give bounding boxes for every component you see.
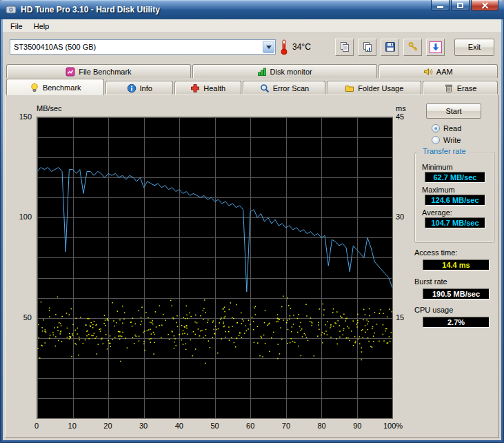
read-radio[interactable]: Read — [432, 124, 461, 132]
average-value: 104.7 MB/sec — [425, 217, 485, 228]
start-button[interactable]: Start — [426, 104, 481, 119]
y-tick-50: 50 — [8, 313, 32, 322]
benchmark-panel: MB/sec ms 150 100 50 45 30 15 0102030405… — [5, 95, 499, 438]
tab-row-bottom: Benchmark Info Health Error Scan Folder … — [3, 78, 501, 95]
y-tick-150: 150 — [8, 112, 32, 121]
tab-label: AAM — [436, 68, 453, 76]
benchmark-plot — [37, 117, 393, 419]
app-window: HD Tune Pro 3.10 - Hard Disk Utility Fil… — [0, 0, 504, 443]
tab-row-top: File Benchmark Disk monitor AAM — [3, 62, 501, 78]
menu-bar: File Help — [3, 19, 501, 33]
maximize-button[interactable] — [451, 0, 470, 11]
toolbar: ST3500410AS (500 GB) 34°C — [3, 33, 501, 61]
copy-text-icon — [339, 41, 350, 52]
cpu-usage-value: 2.7% — [423, 317, 490, 328]
close-button[interactable] — [471, 0, 498, 11]
disk-monitor-icon — [257, 67, 267, 77]
window-controls — [431, 0, 498, 11]
benchmark-bulb-icon — [30, 83, 39, 92]
drive-select[interactable]: ST3500410AS (500 GB) — [10, 39, 276, 55]
x-tick: 50 — [210, 422, 219, 430]
benchmark-plot-canvas — [37, 117, 392, 418]
health-cross-icon — [190, 83, 200, 93]
tab-benchmark[interactable]: Benchmark — [6, 79, 104, 95]
drive-select-value: ST3500410AS (500 GB) — [10, 43, 263, 51]
tab-label: Benchmark — [43, 83, 81, 92]
tab-label: Disk monitor — [270, 68, 312, 76]
write-radio-button[interactable] — [432, 136, 440, 144]
tab-label: File Benchmark — [79, 68, 131, 76]
x-tick: 70 — [282, 422, 290, 430]
tab-erase[interactable]: Erase — [423, 81, 498, 95]
x-tick: 0 — [34, 422, 39, 430]
folder-icon — [345, 83, 354, 93]
info-icon — [127, 83, 137, 93]
maximum-value: 124.6 MB/sec — [425, 195, 485, 206]
x-tick: 100% — [383, 422, 403, 430]
y-right-axis-label: ms — [396, 104, 406, 112]
tab-file-benchmark[interactable]: File Benchmark — [6, 64, 191, 78]
save-icon — [385, 41, 396, 52]
burst-rate-label: Burst rate — [414, 277, 447, 286]
maximum-label: Maximum — [422, 186, 494, 194]
y-left-axis-label: MB/sec — [37, 104, 62, 112]
tab-error-scan[interactable]: Error Scan — [243, 81, 325, 95]
file-benchmark-icon — [65, 67, 75, 77]
titlebar[interactable]: HD Tune Pro 3.10 - Hard Disk Utility — [0, 0, 504, 19]
access-time-label: Access time: — [414, 248, 457, 257]
read-radio-button[interactable] — [432, 124, 440, 132]
menu-file[interactable]: File — [5, 21, 28, 32]
ms-tick-30: 30 — [396, 213, 416, 221]
tab-health[interactable]: Health — [174, 81, 242, 95]
magnifier-icon — [260, 83, 270, 93]
cpu-usage-label: CPU usage — [414, 306, 453, 314]
window-title: HD Tune Pro 3.10 - Hard Disk Utility — [21, 5, 160, 14]
minimize-button[interactable] — [431, 0, 450, 11]
tab-label: Erase — [457, 84, 477, 92]
exit-button[interactable]: Exit — [454, 39, 494, 56]
minimize-icon — [437, 6, 443, 8]
x-tick: 10 — [68, 422, 77, 430]
trash-icon — [444, 83, 454, 93]
burst-rate-value: 190.5 MB/sec — [423, 288, 490, 299]
x-tick: 30 — [139, 422, 148, 430]
tab-label: Info — [140, 84, 152, 92]
tab-label: Error Scan — [273, 84, 310, 92]
y-tick-100: 100 — [8, 213, 32, 221]
tab-info[interactable]: Info — [105, 81, 173, 95]
tab-disk-monitor[interactable]: Disk monitor — [192, 64, 377, 78]
x-tick: 80 — [317, 422, 325, 430]
ms-tick-45: 45 — [396, 112, 416, 121]
transfer-rate-group: Transfer rate Minimum 62.7 MB/sec Maximu… — [414, 152, 495, 243]
minimum-value: 62.7 MB/sec — [425, 172, 485, 183]
chevron-down-icon[interactable] — [263, 41, 274, 53]
copy-image-icon — [362, 41, 373, 52]
maximize-icon — [457, 3, 463, 8]
capture-down-arrow-icon — [430, 41, 442, 53]
menu-help[interactable]: Help — [28, 21, 55, 32]
write-radio[interactable]: Write — [432, 136, 461, 144]
tab-aam[interactable]: AAM — [379, 64, 498, 78]
read-radio-label: Read — [443, 124, 461, 132]
save-screenshot-button[interactable] — [381, 39, 399, 56]
ms-tick-15: 15 — [396, 313, 416, 322]
access-time-value: 14.4 ms — [423, 259, 490, 270]
speaker-icon — [423, 67, 433, 77]
screen-capture-button[interactable] — [426, 39, 445, 56]
thermometer-icon — [280, 39, 288, 55]
x-tick: 90 — [353, 422, 361, 430]
minimum-label: Minimum — [422, 163, 494, 171]
temperature-value: 34°C — [292, 42, 311, 52]
keys-icon — [407, 41, 419, 52]
tab-label: Health — [203, 84, 225, 92]
registration-button[interactable] — [403, 39, 422, 56]
transfer-rate-caption: Transfer rate — [420, 147, 469, 155]
copy-text-button[interactable] — [335, 39, 354, 56]
average-label: Average: — [422, 208, 494, 217]
tab-folder-usage[interactable]: Folder Usage — [327, 81, 421, 95]
x-tick: 40 — [175, 422, 183, 430]
x-tick: 60 — [246, 422, 254, 430]
app-icon — [6, 4, 17, 15]
x-axis-ticks: 0102030405060708090100% — [37, 422, 393, 431]
copy-image-button[interactable] — [358, 39, 376, 56]
